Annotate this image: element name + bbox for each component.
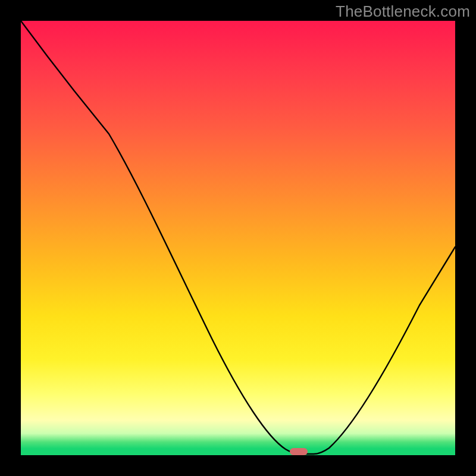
curve-path: [21, 21, 455, 454]
chart-frame: TheBottleneck.com: [0, 0, 476, 476]
optimal-marker: [290, 448, 308, 455]
bottleneck-curve: [21, 21, 455, 455]
plot-area: [21, 21, 455, 455]
watermark-text: TheBottleneck.com: [336, 2, 470, 21]
